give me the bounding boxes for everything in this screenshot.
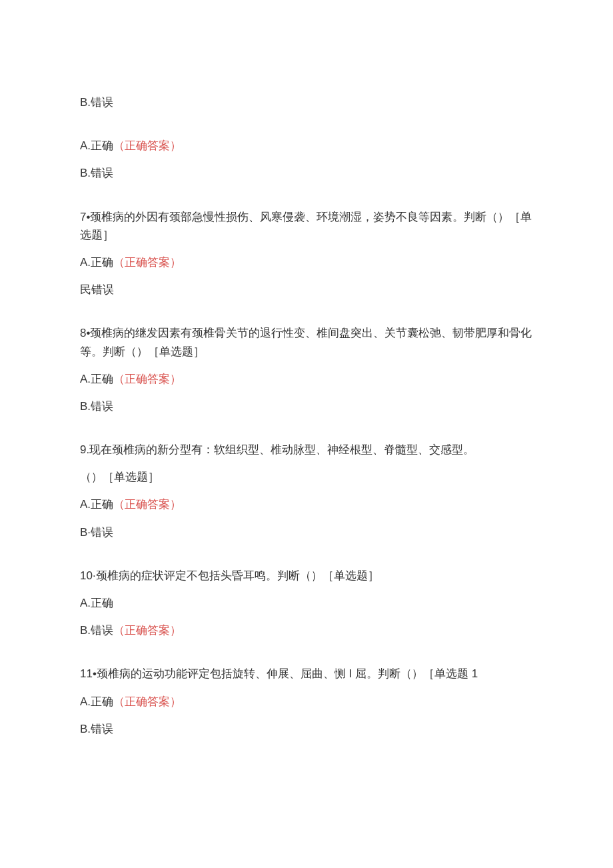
text-line: 9.现在颈椎病的新分型有：软组织型、椎动脉型、神经根型、脊髓型、交感型。 [80, 441, 533, 459]
correct-answer-mark: （正确答案） [113, 139, 181, 152]
line-prefix: 民 [80, 283, 91, 296]
text-line: B.错误 [80, 397, 533, 415]
line-text: 错误 [91, 400, 113, 413]
line-text: 正确 [91, 373, 113, 385]
line-text: 错误 [91, 723, 113, 735]
question-block: 9.现在颈椎病的新分型有：软组织型、椎动脉型、神经根型、脊髓型、交感型。（）［单… [80, 441, 533, 541]
question-block: 11•颈椎病的运动功能评定包括旋转、伸展、屈曲、恻 I 屈。判断（）［单选题 1… [80, 665, 533, 738]
question-block: 10·颈椎病的症状评定不包括头昏耳鸣。判断（）［单选题］A.正确B.错误（正确答… [80, 567, 533, 640]
line-text: 错误 [91, 624, 113, 637]
line-prefix: 7• [80, 211, 90, 223]
line-prefix: A. [80, 597, 91, 609]
text-line: A.正确（正确答案） [80, 137, 533, 155]
line-text: 颈椎病的运动功能评定包括旋转、伸展、屈曲、恻 I 屈。判断（）［单选题 1 [97, 667, 478, 680]
line-text: 错误 [91, 167, 113, 179]
question-block: 8•颈椎病的继发因素有颈椎骨关节的退行性变、椎间盘突出、关节囊松弛、韧带肥厚和骨… [80, 324, 533, 415]
line-prefix: A. [80, 695, 91, 708]
line-text: 正确 [91, 695, 113, 708]
text-line: 7•颈椎病的外因有颈部急慢性损伤、风寒侵袭、环境潮湿，姿势不良等因素。判断（）［… [80, 208, 533, 244]
correct-answer-mark: （正确答案） [113, 256, 181, 269]
text-line: 11•颈椎病的运动功能评定包括旋转、伸展、屈曲、恻 I 屈。判断（）［单选题 1 [80, 665, 533, 683]
text-line: A.正确（正确答案） [80, 693, 533, 711]
correct-answer-mark: （正确答案） [113, 695, 181, 708]
line-text: 颈椎病的外因有颈部急慢性损伤、风寒侵袭、环境潮湿，姿势不良等因素。判断（）［单选… [80, 211, 532, 241]
line-prefix: 10· [80, 569, 96, 582]
line-prefix: 9. [80, 443, 89, 456]
text-line: （）［单选题］ [80, 468, 533, 486]
line-text: （）［单选题］ [80, 471, 159, 483]
line-text: 错误 [91, 526, 113, 539]
line-prefix: 8• [80, 327, 90, 339]
line-prefix: A. [80, 139, 91, 152]
line-prefix: B. [80, 167, 91, 179]
line-text: 错误 [91, 96, 113, 109]
line-text: 颈椎病的症状评定不包括头昏耳鸣。判断（）［单选题］ [96, 569, 379, 582]
line-prefix: A. [80, 256, 91, 269]
text-line: B·错误 [80, 523, 533, 541]
line-text: 正确 [91, 139, 113, 152]
line-prefix: A. [80, 373, 91, 385]
correct-answer-mark: （正确答案） [113, 373, 181, 385]
line-prefix: B· [80, 526, 91, 539]
line-prefix: B. [80, 96, 91, 109]
text-line: B.错误（正确答案） [80, 621, 533, 639]
text-line: 10·颈椎病的症状评定不包括头昏耳鸣。判断（）［单选题］ [80, 567, 533, 585]
line-text: 正确 [91, 498, 113, 511]
document-body: B.错误A.正确（正确答案）B.错误7•颈椎病的外因有颈部急慢性损伤、风寒侵袭、… [80, 93, 533, 738]
correct-answer-mark: （正确答案） [113, 624, 181, 637]
line-text: 现在颈椎病的新分型有：软组织型、椎动脉型、神经根型、脊髓型、交感型。 [89, 443, 474, 456]
line-prefix: A. [80, 498, 91, 511]
correct-answer-mark: （正确答案） [113, 498, 181, 511]
line-text: 正确 [91, 597, 113, 609]
line-text: 正确 [91, 256, 113, 269]
line-prefix: B. [80, 723, 91, 735]
line-prefix: B. [80, 624, 91, 637]
question-block: B.错误 [80, 93, 533, 111]
text-line: A.正确（正确答案） [80, 370, 533, 388]
text-line: B.错误 [80, 720, 533, 738]
question-block: A.正确（正确答案）B.错误 [80, 137, 533, 182]
text-line: 8•颈椎病的继发因素有颈椎骨关节的退行性变、椎间盘突出、关节囊松弛、韧带肥厚和骨… [80, 324, 533, 360]
text-line: 民错误 [80, 281, 533, 299]
text-line: B.错误 [80, 93, 533, 111]
line-text: 错误 [91, 283, 114, 296]
line-text: 颈椎病的继发因素有颈椎骨关节的退行性变、椎间盘突出、关节囊松弛、韧带肥厚和骨化等… [80, 327, 532, 357]
question-block: 7•颈椎病的外因有颈部急慢性损伤、风寒侵袭、环境潮湿，姿势不良等因素。判断（）［… [80, 208, 533, 299]
text-line: A.正确 [80, 594, 533, 612]
line-prefix: B. [80, 400, 91, 413]
text-line: A.正确（正确答案） [80, 495, 533, 513]
text-line: B.错误 [80, 164, 533, 182]
text-line: A.正确（正确答案） [80, 253, 533, 271]
line-prefix: 11• [80, 667, 97, 680]
